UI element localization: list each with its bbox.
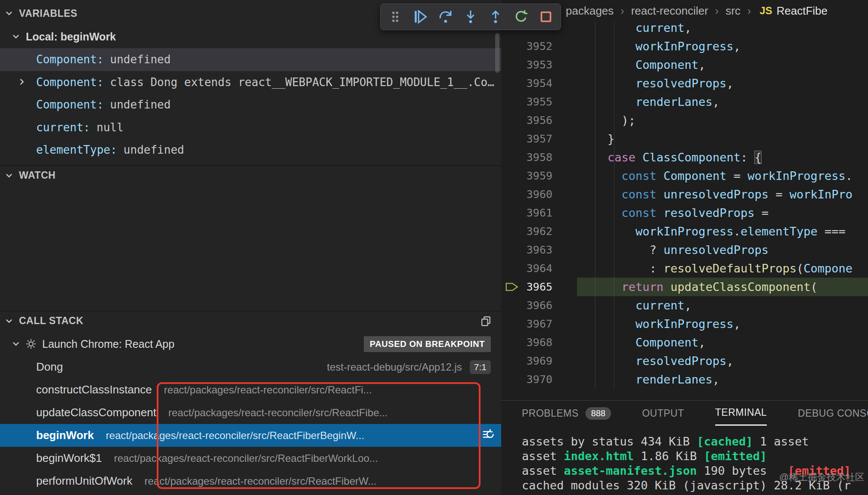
code-line[interactable]: 3970 renderLanes, — [501, 370, 868, 389]
panel-tab-output[interactable]: OUTPUT — [642, 401, 684, 426]
debug-session-row[interactable]: Launch Chrome: React App PAUSED ON BREAK… — [0, 333, 501, 355]
paused-on-breakpoint-badge: PAUSED ON BREAKPOINT — [364, 336, 491, 352]
code-line[interactable]: 3962 workInProgress.elementType === — [501, 222, 868, 241]
variable-row[interactable]: elementType:undefined — [0, 139, 501, 161]
code-line[interactable]: 3961 const resolvedProps = — [501, 204, 868, 222]
debug-toolbar — [380, 3, 561, 30]
breadcrumb-file[interactable]: ReactFibe — [777, 4, 828, 18]
code-line[interactable]: 3963 ? unresolvedProps — [501, 241, 868, 259]
frame-name: performUnitOfWork — [36, 474, 132, 488]
code-line[interactable]: 3968 Component, — [501, 333, 868, 352]
code-line[interactable]: 3967 workInProgress, — [501, 315, 868, 333]
variable-name: current: — [36, 121, 90, 134]
line-number[interactable]: 3953 — [501, 56, 552, 74]
chevron-down-icon — [4, 171, 14, 180]
code-text: case ClassComponent: { — [552, 148, 762, 167]
code-line[interactable]: 3954 resolvedProps, — [501, 74, 868, 93]
line-number[interactable]: 3956 — [501, 111, 552, 130]
restart-frame-icon[interactable] — [482, 428, 495, 442]
line-number[interactable]: 3961 — [501, 204, 552, 222]
variable-value: class Dong extends react__WEBPACK_IMPORT… — [110, 76, 494, 89]
code-line[interactable]: 3965 return updateClassComponent( — [501, 278, 868, 296]
line-number[interactable]: 3962 — [501, 222, 552, 241]
call-stack-frame[interactable]: constructClassInstancereact/packages/rea… — [0, 378, 501, 401]
call-stack-section-header[interactable]: CALL STACK — [0, 311, 501, 331]
copy-call-stack-icon[interactable] — [480, 315, 492, 327]
code-text: workInProgress, — [552, 37, 741, 56]
code-line[interactable]: 3953 Component, — [501, 56, 868, 74]
chevron-down-icon — [4, 316, 14, 326]
panel-tab-label: TERMINAL — [715, 407, 767, 418]
code-line[interactable]: 3956 ); — [501, 111, 868, 130]
call-stack-frame[interactable]: beginWorkreact/packages/react-reconciler… — [0, 424, 501, 447]
scope-label: Local: beginWork — [26, 31, 116, 43]
call-stack-frame[interactable]: Dongtest-react-debug/src/App12.js7:1 — [0, 356, 501, 378]
line-number[interactable]: 3958 — [501, 148, 552, 167]
stop-button[interactable] — [536, 6, 555, 27]
line-number[interactable]: 3963 — [501, 241, 552, 259]
variable-row[interactable]: current:null — [0, 116, 501, 139]
code-line[interactable]: 3959 const Component = workInProgress. — [501, 167, 868, 185]
line-number[interactable]: 3970 — [501, 370, 552, 389]
breadcrumb-item[interactable]: packages — [566, 4, 614, 18]
code-text: current, — [552, 296, 691, 315]
code-line[interactable]: 3952 workInProgress, — [501, 37, 868, 56]
call-stack-frame[interactable]: performUnitOfWorkreact/packages/react-re… — [0, 470, 501, 492]
code-lines: current,3952 workInProgress,3953 Compone… — [501, 19, 868, 389]
code-line[interactable]: 3957 } — [501, 130, 868, 148]
line-number[interactable]: 3969 — [501, 352, 552, 370]
line-number[interactable]: 3954 — [501, 74, 552, 93]
code-line[interactable]: 3969 resolvedProps, — [501, 352, 868, 370]
code-text: ); — [552, 111, 636, 130]
line-number[interactable]: 3966 — [501, 296, 552, 315]
sidebar-scrollbar-thumb[interactable] — [495, 33, 499, 73]
code-text: Component, — [552, 56, 706, 74]
line-number[interactable]: 3968 — [501, 333, 552, 352]
panel-tab-terminal[interactable]: TERMINAL — [715, 401, 767, 426]
panel-tab-label: DEBUG CONSOLE — [798, 408, 868, 419]
variable-row[interactable]: Component:undefined — [0, 48, 501, 71]
code-text: const unresolvedProps = workInPro — [552, 185, 852, 204]
breadcrumb-item[interactable]: react-reconciler — [631, 4, 708, 18]
line-number[interactable]: 3952 — [501, 37, 552, 56]
code-line[interactable]: 3960 const unresolvedProps = workInPro — [501, 185, 868, 204]
line-number[interactable]: 3967 — [501, 315, 552, 333]
variable-row[interactable]: Component:undefined — [0, 93, 501, 116]
code-line[interactable]: 3964 : resolveDefaultProps(Compone — [501, 259, 868, 278]
code-line[interactable]: 3966 current, — [501, 296, 868, 315]
step-out-button[interactable] — [486, 6, 505, 27]
call-stack-frames: Dongtest-react-debug/src/App12.js7:1cons… — [0, 356, 501, 492]
code-line[interactable]: 3955 renderLanes, — [501, 93, 868, 111]
restart-button[interactable] — [512, 6, 530, 27]
line-number[interactable]: 3959 — [501, 167, 552, 185]
panel-tab-label: PROBLEMS — [522, 408, 579, 419]
line-number[interactable]: 3960 — [501, 185, 552, 204]
line-number[interactable]: 3957 — [501, 130, 552, 148]
drag-handle[interactable] — [386, 6, 405, 27]
breadcrumb-separator: › — [715, 5, 719, 17]
breadcrumb-item[interactable]: src — [725, 4, 741, 18]
chevron-right-icon[interactable] — [17, 77, 27, 87]
call-stack-frame[interactable]: beginWork$1react/packages/react-reconcil… — [0, 447, 501, 470]
line-number[interactable]: 3964 — [501, 259, 552, 278]
code-text: renderLanes, — [552, 370, 719, 389]
variable-row[interactable]: Component:class Dong extends react__WEBP… — [0, 71, 501, 94]
code-line[interactable]: 3958 case ClassComponent: { — [501, 148, 868, 167]
code-text: Component, — [552, 333, 706, 352]
panel-tab-problems[interactable]: PROBLEMS888 — [522, 401, 611, 426]
step-into-button[interactable] — [461, 6, 480, 27]
watch-section-header[interactable]: WATCH — [0, 165, 501, 185]
call-stack-section-title: CALL STACK — [19, 315, 84, 327]
debug-session-icon — [25, 338, 37, 350]
panel-tab-debug-console[interactable]: DEBUG CONSOLE — [798, 401, 868, 426]
line-number[interactable]: 3955 — [501, 93, 552, 111]
frame-path: react/packages/react-reconciler/src/Reac… — [164, 384, 372, 396]
chevron-down-icon — [11, 339, 21, 349]
call-stack-frame[interactable]: updateClassComponentreact/packages/react… — [0, 401, 501, 424]
frame-name: constructClassInstance — [36, 383, 152, 396]
continue-button[interactable] — [411, 6, 430, 27]
step-over-button[interactable] — [436, 6, 455, 27]
chevron-down-icon — [11, 32, 21, 41]
variable-value: undefined — [124, 143, 184, 156]
code-text: const resolvedProps = — [552, 204, 769, 222]
